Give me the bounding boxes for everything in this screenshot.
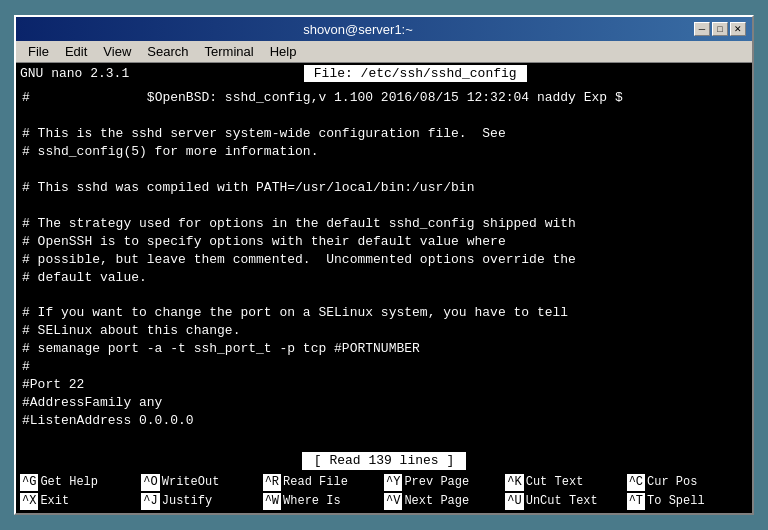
shortcut-where-is[interactable]: ^W Where Is [263, 493, 384, 510]
shortcut-label-get-help: Get Help [40, 474, 98, 491]
shortcut-label-read-file: Read File [283, 474, 348, 491]
nano-version: GNU nano 2.3.1 [20, 65, 129, 83]
shortcut-label-next-page: Next Page [404, 493, 469, 510]
shortcut-key-T: ^T [627, 493, 645, 510]
menu-edit[interactable]: Edit [57, 42, 95, 61]
file-content-area[interactable]: # $OpenBSD: sshd_config,v 1.100 2016/08/… [16, 85, 752, 451]
shortcut-label-prev-page: Prev Page [404, 474, 469, 491]
shortcut-label-writeout: WriteOut [162, 474, 220, 491]
shortcut-key-R: ^R [263, 474, 281, 491]
menu-terminal[interactable]: Terminal [197, 42, 262, 61]
shortcut-key-Y: ^Y [384, 474, 402, 491]
shortcut-uncut-text[interactable]: ^U UnCut Text [505, 493, 626, 510]
shortcut-label-to-spell: To Spell [647, 493, 705, 510]
terminal-window: shovon@server1:~ ─ □ ✕ File Edit View Se… [14, 15, 754, 515]
shortcut-bar: ^G Get Help ^O WriteOut ^R Read File ^Y … [16, 471, 752, 513]
shortcut-label-exit: Exit [40, 493, 69, 510]
maximize-button[interactable]: □ [712, 22, 728, 36]
shortcut-label-cut-text: Cut Text [526, 474, 584, 491]
shortcut-key-J: ^J [141, 493, 159, 510]
shortcut-key-W: ^W [263, 493, 281, 510]
shortcut-label-justify: Justify [162, 493, 212, 510]
menu-view[interactable]: View [95, 42, 139, 61]
shortcut-prev-page[interactable]: ^Y Prev Page [384, 474, 505, 491]
shortcut-next-page[interactable]: ^V Next Page [384, 493, 505, 510]
shortcut-writeout[interactable]: ^O WriteOut [141, 474, 262, 491]
shortcut-label-uncut-text: UnCut Text [526, 493, 598, 510]
shortcut-key-G: ^G [20, 474, 38, 491]
shortcut-key-C: ^C [627, 474, 645, 491]
menu-help[interactable]: Help [262, 42, 305, 61]
shortcut-to-spell[interactable]: ^T To Spell [627, 493, 748, 510]
shortcut-label-where-is: Where Is [283, 493, 341, 510]
shortcut-cur-pos[interactable]: ^C Cur Pos [627, 474, 748, 491]
window-controls: ─ □ ✕ [694, 22, 746, 36]
shortcut-key-V: ^V [384, 493, 402, 510]
shortcut-get-help[interactable]: ^G Get Help [20, 474, 141, 491]
window-title: shovon@server1:~ [22, 22, 694, 37]
status-bar: [ Read 139 lines ] [16, 451, 752, 471]
shortcut-exit[interactable]: ^X Exit [20, 493, 141, 510]
shortcut-row-2: ^X Exit ^J Justify ^W Where Is ^V Next P… [16, 492, 752, 511]
menu-file[interactable]: File [20, 42, 57, 61]
minimize-button[interactable]: ─ [694, 22, 710, 36]
shortcut-justify[interactable]: ^J Justify [141, 493, 262, 510]
menu-bar: File Edit View Search Terminal Help [16, 41, 752, 63]
close-button[interactable]: ✕ [730, 22, 746, 36]
nano-filename: File: /etc/ssh/sshd_config [304, 65, 527, 82]
file-text: # $OpenBSD: sshd_config,v 1.100 2016/08/… [22, 89, 746, 430]
shortcut-key-O: ^O [141, 474, 159, 491]
terminal-area[interactable]: GNU nano 2.3.1 File: /etc/ssh/sshd_confi… [16, 63, 752, 513]
status-message: [ Read 139 lines ] [302, 452, 466, 470]
shortcut-key-U: ^U [505, 493, 523, 510]
shortcut-key-X: ^X [20, 493, 38, 510]
shortcut-key-K: ^K [505, 474, 523, 491]
title-bar: shovon@server1:~ ─ □ ✕ [16, 17, 752, 41]
menu-search[interactable]: Search [139, 42, 196, 61]
shortcut-read-file[interactable]: ^R Read File [263, 474, 384, 491]
shortcut-label-cur-pos: Cur Pos [647, 474, 697, 491]
shortcut-cut-text[interactable]: ^K Cut Text [505, 474, 626, 491]
shortcut-row-1: ^G Get Help ^O WriteOut ^R Read File ^Y … [16, 473, 752, 492]
